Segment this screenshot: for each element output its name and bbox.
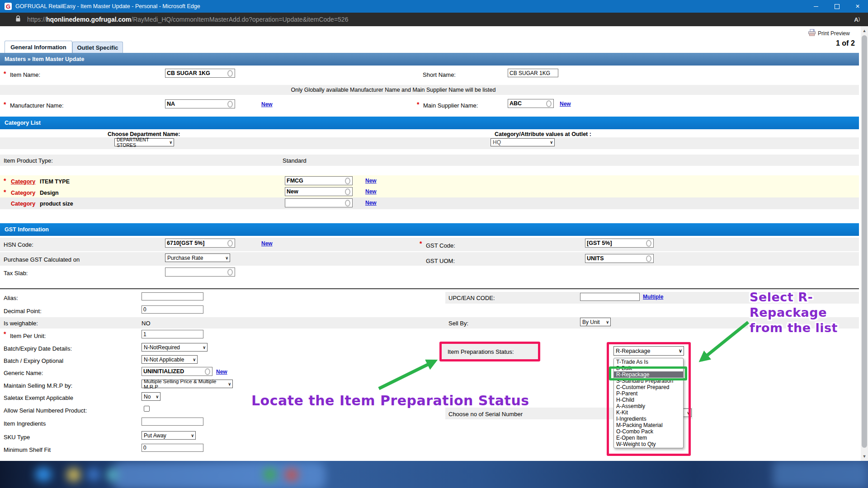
taskbar-app-icon[interactable] — [67, 468, 80, 482]
tab-outlet-specific[interactable]: Outlet Specific — [72, 42, 123, 53]
item-ingredients-input[interactable] — [142, 418, 203, 426]
batch-optional-select[interactable]: N-Not Applicable∨ — [142, 355, 198, 364]
batch-expiry-select[interactable]: N-NotRequired∨ — [142, 343, 208, 352]
category-value-input[interactable] — [285, 176, 353, 185]
search-oval-icon[interactable] — [345, 178, 350, 184]
maintain-mrp-value: Multiple Selling Price & Multiple M.R.P — [144, 379, 226, 389]
notice-text: Only Globally available Manufacturer Nam… — [154, 87, 633, 93]
multiple-upc-link[interactable]: Multiple — [643, 294, 663, 300]
department-select[interactable]: DEPARTMENT STORES∨ — [114, 138, 174, 146]
search-oval-icon[interactable] — [227, 70, 233, 77]
category-row-background — [0, 197, 859, 209]
search-oval-icon[interactable] — [646, 240, 651, 247]
manufacturer-input[interactable] — [165, 99, 235, 108]
chevron-down-icon: ∨ — [191, 357, 197, 362]
taskbar-app-icon[interactable] — [107, 469, 118, 481]
category-link[interactable]: Category — [11, 201, 35, 207]
close-icon: ✕ — [855, 3, 860, 9]
scrollbar-down-icon[interactable]: ▼ — [861, 453, 868, 460]
chevron-down-icon: ∨ — [226, 382, 232, 386]
search-oval-icon[interactable] — [205, 368, 210, 375]
required-asterisk: * — [4, 101, 6, 108]
maintain-mrp-select[interactable]: Multiple Selling Price & Multiple M.R.P∨ — [142, 380, 233, 388]
url-text[interactable]: https://hqonlinedemo.gofrugal.com/RayMed… — [27, 16, 348, 23]
sku-type-select[interactable]: Put Away∨ — [142, 431, 196, 440]
search-oval-icon[interactable] — [227, 101, 233, 108]
search-oval-icon[interactable] — [227, 269, 233, 276]
screen: G GOFRUGAL RetailEasy - Item Master Upda… — [0, 0, 868, 488]
category-value-input[interactable] — [285, 198, 353, 207]
saletax-exempt-select[interactable]: No∨ — [142, 392, 160, 401]
chevron-down-icon: ∨ — [168, 140, 174, 145]
required-asterisk: * — [4, 70, 6, 77]
taskbar-app-icon[interactable] — [35, 467, 52, 482]
search-oval-icon[interactable] — [546, 100, 552, 107]
sell-by-select[interactable]: By Unit∨ — [580, 318, 611, 326]
new-manufacturer-link[interactable]: New — [261, 101, 273, 108]
chevron-down-icon: ∨ — [154, 394, 160, 399]
decimal-point-input[interactable] — [142, 305, 203, 314]
outlet-select[interactable]: HQ∨ — [491, 138, 555, 146]
taskbar[interactable] — [0, 461, 868, 488]
generic-name-input[interactable] — [142, 367, 212, 376]
url-scheme: https:// — [27, 16, 46, 23]
search-oval-icon[interactable] — [345, 200, 350, 206]
batch-optional-label: Batch / Expiry Optional — [4, 357, 63, 364]
taskbar-app-icon[interactable] — [264, 468, 276, 481]
gst-information-header: GST Information — [0, 223, 859, 236]
print-preview-button[interactable]: Print Preview — [808, 29, 850, 38]
item-name-input[interactable] — [165, 69, 235, 78]
search-oval-icon[interactable] — [646, 255, 651, 262]
tab-general-information[interactable]: General Information — [5, 41, 72, 53]
upc-input[interactable] — [580, 293, 640, 301]
taskbar-app-icon[interactable] — [87, 468, 100, 481]
purchase-gst-select[interactable]: Purchase Rate∨ — [165, 253, 230, 262]
new-category-link[interactable]: New — [365, 200, 377, 206]
scrollbar[interactable]: ▲ ▼ — [861, 26, 868, 461]
category-link[interactable]: Category — [11, 178, 35, 185]
lock-icon[interactable] — [15, 15, 21, 24]
print-preview-label: Print Preview — [818, 30, 850, 37]
maximize-button[interactable] — [826, 0, 847, 13]
tab-label: Outlet Specific — [77, 44, 118, 51]
category-row-background — [0, 186, 859, 197]
scrollbar-up-icon[interactable]: ▲ — [861, 27, 868, 34]
item-per-unit-label: Item Per Unit: — [10, 333, 46, 339]
alias-label: Alias: — [4, 295, 18, 301]
tax-slab-input[interactable] — [165, 267, 235, 277]
category-link[interactable]: Category — [11, 190, 35, 196]
search-oval-icon[interactable] — [345, 188, 350, 195]
hsn-code-input[interactable] — [165, 239, 235, 248]
maintain-mrp-label: Maintain Selling M.R.P by: — [4, 382, 72, 389]
required-asterisk: * — [4, 188, 6, 196]
category-row-background — [0, 175, 859, 186]
taskbar-app-icon[interactable] — [285, 468, 298, 482]
sku-type-label: SKU Type — [4, 434, 30, 441]
breadcrumb: Masters » Item Master Update — [0, 53, 859, 66]
annotation-select-line: from the list — [750, 320, 838, 336]
scrollbar-thumb[interactable] — [862, 35, 867, 448]
search-oval-icon[interactable] — [227, 240, 233, 247]
min-shelf-fit-input[interactable] — [142, 444, 203, 452]
saletax-exempt-label: Saletax Exempt Applicable — [4, 394, 73, 401]
new-hsn-link[interactable]: New — [261, 240, 273, 247]
close-button[interactable]: ✕ — [847, 0, 868, 13]
window-title: GOFRUGAL RetailEasy - Item Master Update… — [15, 3, 806, 9]
allow-serial-checkbox[interactable] — [144, 406, 150, 412]
annotation-red-box-label — [439, 342, 540, 361]
address-bar[interactable]: https://hqonlinedemo.gofrugal.com/RayMed… — [0, 13, 868, 26]
short-name-input[interactable] — [508, 69, 558, 77]
item-product-type-value: Standard — [283, 157, 307, 164]
new-category-link[interactable]: New — [365, 188, 377, 195]
new-generic-link[interactable]: New — [216, 369, 227, 375]
item-per-unit-input[interactable] — [142, 330, 203, 338]
gst-code-input[interactable] — [585, 239, 654, 248]
gst-uom-input[interactable] — [585, 254, 654, 263]
new-supplier-link[interactable]: New — [560, 101, 571, 107]
new-category-link[interactable]: New — [365, 178, 377, 184]
minimize-button[interactable] — [806, 0, 826, 13]
read-aloud-icon[interactable]: A) — [854, 16, 860, 23]
alias-input[interactable] — [142, 292, 203, 300]
item-product-type-label: Item Product Type: — [4, 157, 53, 164]
category-value-input[interactable] — [285, 187, 353, 196]
